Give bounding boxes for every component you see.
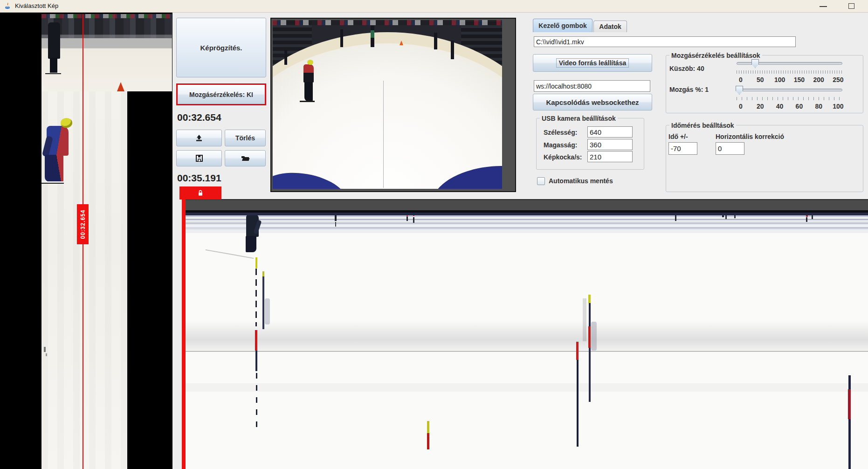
tick-label: 200 bbox=[810, 76, 827, 83]
smear-navy bbox=[255, 351, 257, 371]
websocket-url-input[interactable] bbox=[534, 80, 650, 92]
fps-input[interactable] bbox=[587, 151, 633, 162]
traffic-cone bbox=[400, 41, 403, 45]
tick-label: 0 bbox=[732, 103, 749, 110]
connect-websocket-label: Kapcsolódás websockethez bbox=[546, 98, 639, 106]
stop-video-label: Video forrás leállítása bbox=[556, 58, 629, 68]
minimize-icon[interactable] bbox=[820, 6, 827, 7]
open-folder-button[interactable] bbox=[225, 150, 266, 166]
tick-label: 50 bbox=[752, 76, 769, 83]
motion-detect-toggle-button[interactable]: Mozgásérzékelés: KI bbox=[176, 83, 266, 105]
tick-label: 40 bbox=[772, 103, 788, 110]
tab-control-buttons[interactable]: Kezelő gombok bbox=[533, 19, 592, 32]
width-input[interactable] bbox=[587, 126, 633, 138]
lock-indicator[interactable] bbox=[179, 186, 221, 200]
smear-red bbox=[576, 342, 579, 360]
main-skater-skates bbox=[300, 101, 315, 102]
save-button[interactable] bbox=[176, 150, 222, 166]
skater-skates bbox=[45, 73, 61, 74]
app-window: Kiválasztott Kép 00:32.654 bbox=[0, 0, 868, 469]
video-preview[interactable] bbox=[273, 20, 502, 189]
strip-header-bar bbox=[186, 199, 868, 210]
tick-label: 20 bbox=[752, 103, 769, 110]
time-offset-label: Idő +/- bbox=[668, 133, 688, 140]
java-app-icon bbox=[4, 2, 11, 10]
distant-figure bbox=[725, 215, 727, 219]
save-icon bbox=[195, 154, 203, 162]
capture-button[interactable]: Képrögzítés. bbox=[176, 18, 266, 77]
finish-time-label: 00:32.654 bbox=[80, 209, 86, 239]
skater-figure bbox=[434, 33, 437, 49]
smear-red bbox=[427, 433, 429, 449]
motion-toggle-label: Mozgásérzékelés: KI bbox=[189, 91, 253, 98]
distant-figure bbox=[413, 217, 414, 223]
motion-slider-track[interactable] bbox=[737, 89, 842, 91]
usb-group-title: USB kamera beállítások bbox=[540, 115, 618, 122]
time-offset-input[interactable] bbox=[668, 142, 697, 155]
video-path-input[interactable] bbox=[534, 36, 796, 47]
distant-figure bbox=[806, 215, 808, 217]
ice-mark bbox=[44, 347, 46, 352]
delete-button-label: Törlés bbox=[235, 134, 255, 142]
stop-video-source-button[interactable]: Video forrás leállítása bbox=[533, 54, 652, 72]
flag-row bbox=[41, 14, 172, 18]
strip-skater-legs bbox=[246, 236, 256, 252]
lock-icon bbox=[197, 189, 204, 197]
smear-yellow bbox=[588, 295, 591, 303]
tick-label: 0 bbox=[732, 76, 749, 83]
distant-figure bbox=[335, 215, 337, 221]
threshold-slider-ticks bbox=[737, 70, 842, 74]
tick-label: 250 bbox=[830, 76, 847, 83]
threshold-slider-labels: 0 50 100 150 200 250 bbox=[732, 76, 847, 83]
height-input[interactable] bbox=[587, 139, 633, 150]
horizontal-correction-input[interactable] bbox=[716, 142, 744, 155]
upload-button[interactable] bbox=[176, 130, 222, 146]
rink-fence bbox=[41, 34, 172, 48]
horizontal-hairline bbox=[186, 351, 868, 352]
tab-control-label: Kezelő gombok bbox=[538, 22, 586, 29]
smear-dashes bbox=[256, 373, 257, 434]
width-label: Szélesség: bbox=[544, 129, 577, 136]
capture-button-label: Képrögzítés. bbox=[200, 44, 242, 52]
photo-finish-strip[interactable] bbox=[186, 215, 868, 469]
smear-navy bbox=[589, 348, 591, 402]
delete-button[interactable]: Törlés bbox=[225, 130, 266, 146]
skater-figure bbox=[340, 29, 343, 47]
strip-red-edge bbox=[182, 200, 186, 469]
rink-center-line bbox=[383, 81, 384, 188]
autosave-checkbox[interactable] bbox=[537, 177, 545, 185]
skater-legs bbox=[50, 58, 57, 73]
folder-icon bbox=[241, 155, 250, 162]
finish-time-flag: 00:32.654 bbox=[77, 204, 89, 244]
tick-label: 100 bbox=[830, 103, 847, 110]
flag-banner bbox=[273, 20, 502, 25]
autosave-label: Automatikus mentés bbox=[549, 177, 613, 185]
timestamp-secondary: 00:35.191 bbox=[177, 172, 221, 184]
motion-percent-label: Mozgás %: 1 bbox=[669, 86, 709, 93]
main-skater-helmet bbox=[307, 60, 313, 65]
fps-label: Képkocka/s: bbox=[544, 153, 582, 161]
tick-label: 60 bbox=[791, 103, 807, 110]
tab-data[interactable]: Adatok bbox=[593, 21, 627, 32]
video-preview-frame bbox=[270, 18, 516, 192]
skater-helmet bbox=[61, 118, 72, 128]
ice-mark bbox=[46, 353, 47, 356]
left-photo-strip-panel[interactable]: 00:32.654 bbox=[0, 13, 172, 469]
distant-figure bbox=[413, 215, 414, 216]
left-strip-top-scene bbox=[41, 14, 172, 91]
smear-yellow bbox=[255, 257, 257, 268]
motion-slider-ticks bbox=[737, 97, 842, 100]
maximize-icon[interactable] bbox=[848, 3, 854, 9]
left-strip-ice-area bbox=[41, 91, 127, 469]
tick-label: 100 bbox=[772, 76, 788, 83]
skater-figure bbox=[451, 41, 454, 59]
window-title: Kiválasztott Kép bbox=[15, 2, 58, 9]
main-skater-legs bbox=[304, 82, 313, 101]
streak-line bbox=[186, 215, 868, 217]
smear-yellow bbox=[262, 271, 264, 276]
smear-navy bbox=[262, 276, 264, 329]
distant-figure bbox=[722, 215, 724, 217]
title-bar: Kiválasztott Kép bbox=[0, 0, 868, 13]
streak-line bbox=[246, 227, 868, 228]
connect-websocket-button[interactable]: Kapcsolódás websockethez bbox=[533, 94, 652, 110]
